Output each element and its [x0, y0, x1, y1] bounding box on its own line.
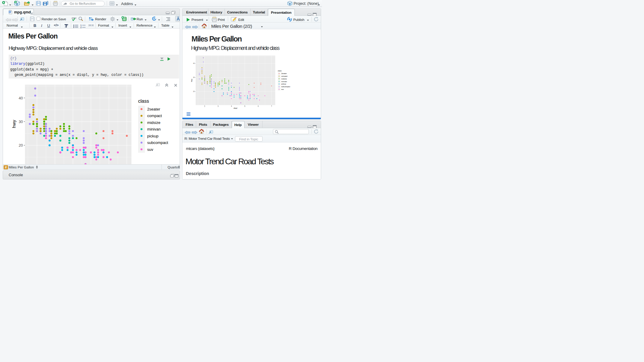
svg-text:midsize: midsize — [281, 78, 287, 80]
svg-text:minivan: minivan — [281, 81, 287, 82]
svg-text:20: 20 — [193, 91, 195, 92]
svg-text:compact: compact — [281, 75, 288, 77]
svg-text:ABC: ABC — [71, 17, 77, 19]
svg-text:7: 7 — [271, 106, 272, 107]
svg-text:class: class — [278, 70, 282, 72]
svg-text:5: 5 — [244, 106, 245, 107]
svg-text:displ: displ — [234, 107, 237, 109]
svg-text:””: ”” — [88, 24, 94, 27]
svg-text:hwy: hwy — [191, 79, 193, 82]
svg-text:2: 2 — [80, 26, 82, 28]
svg-text:suv: suv — [281, 88, 284, 90]
svg-text:2seater: 2seater — [281, 73, 287, 74]
svg-text:pickup: pickup — [281, 83, 286, 85]
svg-text:4: 4 — [231, 106, 232, 107]
svg-text:2: 2 — [204, 106, 205, 107]
svg-text:#: # — [5, 165, 7, 169]
svg-text:40: 40 — [193, 63, 195, 64]
svg-text:subcompact: subcompact — [281, 86, 290, 88]
svg-text:6: 6 — [258, 106, 259, 107]
svg-text:3: 3 — [218, 106, 219, 107]
svg-text:30: 30 — [193, 77, 195, 78]
svg-text:R: R — [16, 3, 18, 6]
svg-text:R: R — [289, 3, 291, 5]
